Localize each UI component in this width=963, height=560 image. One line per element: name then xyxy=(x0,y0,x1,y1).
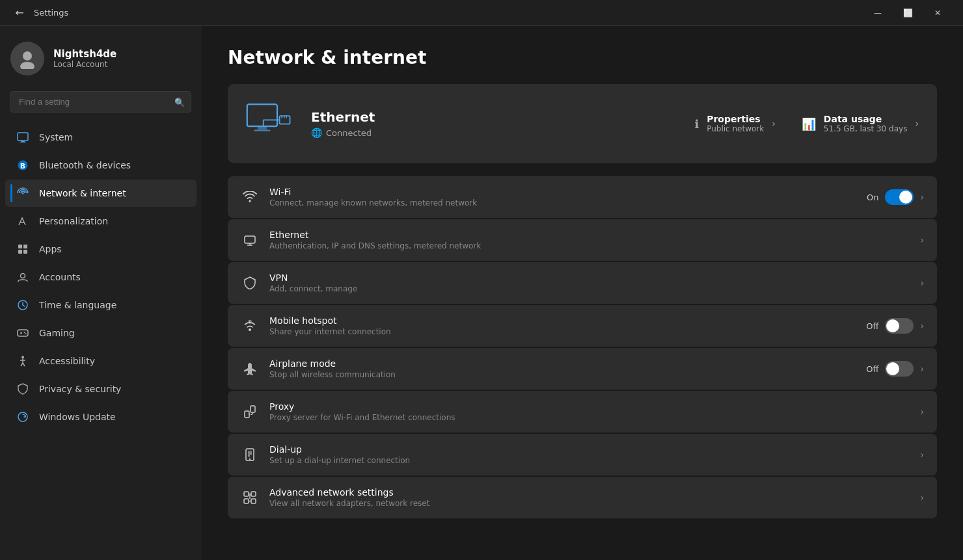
dialup-title: Dial-up xyxy=(269,444,910,455)
data-usage-text: Data usage 51.5 GB, last 30 days xyxy=(824,114,908,133)
properties-text: Properties Public network xyxy=(707,114,764,133)
hotspot-title: Mobile hotspot xyxy=(269,315,856,326)
hotspot-icon xyxy=(241,317,259,335)
svg-rect-29 xyxy=(258,126,267,129)
sidebar-item-privacy[interactable]: Privacy & security xyxy=(5,375,197,403)
sidebar-label-bluetooth: Bluetooth & devices xyxy=(39,160,131,170)
settings-item-vpn[interactable]: VPN Add, connect, manage › xyxy=(228,262,937,304)
sidebar-item-update[interactable]: Windows Update xyxy=(5,403,197,431)
ethernet-icon xyxy=(246,100,298,148)
bluetooth-icon: B xyxy=(16,158,30,172)
data-usage-value: 51.5 GB, last 30 days xyxy=(824,124,908,133)
data-usage-label: Data usage xyxy=(824,114,908,124)
hotspot-controls: Off › xyxy=(866,318,924,334)
wifi-icon xyxy=(241,188,259,206)
sidebar-nav: System B Bluetooth & devices xyxy=(0,123,202,431)
airplane-toggle[interactable] xyxy=(885,361,914,377)
properties-label: Properties xyxy=(707,114,764,124)
user-info: Nightsh4de Local Account xyxy=(53,48,116,69)
sidebar-item-time[interactable]: Time & language xyxy=(5,291,197,319)
main-content: Network & internet xyxy=(202,26,963,560)
wifi-chevron: › xyxy=(920,192,924,202)
gaming-icon xyxy=(16,326,30,340)
airplane-text: Airplane mode Stop all wireless communic… xyxy=(269,358,856,379)
connected-globe-icon: 🌐 xyxy=(311,127,322,138)
wifi-toggle[interactable] xyxy=(885,189,914,205)
svg-rect-9 xyxy=(18,245,22,248)
hotspot-toggle[interactable] xyxy=(885,318,914,334)
data-usage-icon: 📊 xyxy=(802,117,816,131)
svg-rect-4 xyxy=(20,142,26,142)
search-input[interactable] xyxy=(10,91,191,113)
vpn-desc: Add, connect, manage xyxy=(269,284,910,293)
ethernet-name: Ethernet xyxy=(311,109,681,125)
vpn-title: VPN xyxy=(269,273,910,283)
sidebar-item-accessibility[interactable]: Accessibility xyxy=(5,347,197,375)
svg-point-1 xyxy=(20,62,34,69)
svg-line-26 xyxy=(23,363,25,366)
ethernet-list-text: Ethernet Authentication, IP and DNS sett… xyxy=(269,230,910,250)
sidebar-item-accounts[interactable]: Accounts xyxy=(5,263,197,291)
wifi-text: Wi-Fi Connect, manage known networks, me… xyxy=(269,187,856,207)
svg-point-0 xyxy=(23,51,32,60)
svg-point-54 xyxy=(249,459,251,460)
svg-rect-46 xyxy=(245,411,249,418)
advanced-text: Advanced network settings View all netwo… xyxy=(269,487,910,508)
sidebar-item-system[interactable]: System xyxy=(5,124,197,151)
settings-item-wifi[interactable]: Wi-Fi Connect, manage known networks, me… xyxy=(228,176,937,218)
vpn-icon xyxy=(241,274,259,292)
account-type: Local Account xyxy=(53,60,116,69)
svg-rect-47 xyxy=(251,406,255,412)
sidebar-item-network[interactable]: Network & internet xyxy=(5,180,197,207)
airplane-icon xyxy=(241,360,259,378)
properties-chevron: › xyxy=(772,118,776,129)
wifi-toggle-label: On xyxy=(867,193,878,202)
svg-rect-39 xyxy=(245,236,255,243)
settings-item-ethernet[interactable]: Ethernet Authentication, IP and DNS sett… xyxy=(228,219,937,261)
search-box[interactable]: 🔍 xyxy=(10,91,191,113)
back-button[interactable]: ← xyxy=(10,4,29,22)
sidebar-item-gaming[interactable]: Gaming xyxy=(5,319,197,347)
sidebar-label-update: Windows Update xyxy=(39,412,116,422)
sidebar-label-accessibility: Accessibility xyxy=(39,356,95,366)
ethernet-status: 🌐 Connected xyxy=(311,127,681,138)
ethernet-list-icon xyxy=(241,231,259,249)
svg-point-27 xyxy=(18,412,27,421)
privacy-icon xyxy=(16,382,30,396)
search-icon: 🔍 xyxy=(174,97,185,107)
svg-point-7 xyxy=(22,193,24,194)
dialup-chevron: › xyxy=(920,449,924,460)
maximize-button[interactable]: ⬜ xyxy=(893,0,923,26)
sidebar-label-time: Time & language xyxy=(39,300,116,310)
svg-point-22 xyxy=(21,356,24,358)
svg-point-20 xyxy=(24,332,25,333)
settings-item-airplane[interactable]: Airplane mode Stop all wireless communic… xyxy=(228,348,937,390)
sidebar-item-personalization[interactable]: Personalization xyxy=(5,207,197,235)
proxy-title: Proxy xyxy=(269,401,910,412)
system-icon xyxy=(16,130,30,144)
close-button[interactable]: ✕ xyxy=(923,0,953,26)
hotspot-desc: Share your internet connection xyxy=(269,327,856,336)
svg-rect-11 xyxy=(18,250,22,254)
settings-item-proxy[interactable]: Proxy Proxy server for Wi-Fi and Etherne… xyxy=(228,391,937,433)
settings-item-dialup[interactable]: Dial-up Set up a dial-up internet connec… xyxy=(228,434,937,475)
sidebar-label-network: Network & internet xyxy=(39,188,126,198)
properties-link[interactable]: ℹ Properties Public network › xyxy=(694,114,776,133)
advanced-title: Advanced network settings xyxy=(269,487,910,498)
dialup-controls: › xyxy=(920,449,924,460)
network-icon xyxy=(16,186,30,200)
airplane-toggle-thumb xyxy=(886,362,899,375)
accessibility-icon xyxy=(16,354,30,368)
properties-icon: ℹ xyxy=(694,117,699,131)
ethernet-list-title: Ethernet xyxy=(269,230,910,240)
wifi-title: Wi-Fi xyxy=(269,187,856,197)
settings-item-hotspot[interactable]: Mobile hotspot Share your internet conne… xyxy=(228,305,937,347)
settings-item-advanced[interactable]: Advanced network settings View all netwo… xyxy=(228,477,937,518)
user-section[interactable]: Nightsh4de Local Account xyxy=(0,26,202,88)
sidebar-label-accounts: Accounts xyxy=(39,272,81,282)
sidebar-item-bluetooth[interactable]: B Bluetooth & devices xyxy=(5,152,197,179)
minimize-button[interactable]: — xyxy=(863,0,893,26)
advanced-desc: View all network adapters, network reset xyxy=(269,499,910,508)
sidebar-item-apps[interactable]: Apps xyxy=(5,235,197,263)
data-usage-link[interactable]: 📊 Data usage 51.5 GB, last 30 days › xyxy=(802,114,919,133)
